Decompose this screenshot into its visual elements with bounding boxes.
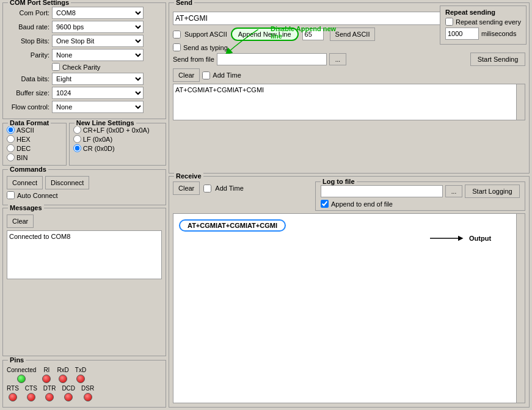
send-history-text: AT+CGMIAT+CGMIAT+CGMI xyxy=(175,86,264,93)
disable-append-arrow xyxy=(222,29,271,54)
receive-output-text: AT+CGMIAT+CGMIAT+CGMI xyxy=(179,219,286,232)
new-line-settings-title: New Line Settings xyxy=(75,119,136,126)
hex-radio[interactable] xyxy=(7,135,15,143)
send-as-typing-checkbox[interactable] xyxy=(173,43,181,51)
buffer-size-label: Buffer size: xyxy=(7,89,49,97)
flow-control-select[interactable]: None xyxy=(52,101,144,113)
lf-radio[interactable] xyxy=(73,135,81,143)
dec-radio[interactable] xyxy=(7,144,15,152)
ri-led xyxy=(42,375,51,383)
txd-pin: TxD xyxy=(75,367,86,383)
pins-box: Pins Connected RI RxD TxD xyxy=(2,360,166,408)
cts-pin: CTS xyxy=(25,385,37,401)
rts-led xyxy=(9,393,17,401)
parity-select[interactable]: None xyxy=(52,49,144,61)
data-bits-label: Data bits: xyxy=(7,75,49,82)
parity-label: Parity: xyxy=(7,51,49,59)
support-ascii-label: Support ASCII xyxy=(184,31,227,38)
stop-bits-select[interactable]: One Stop Bit xyxy=(52,35,144,47)
lf-label: LF (0x0A) xyxy=(83,136,112,143)
messages-box: Messages Clear Connected to COM8 xyxy=(2,208,166,356)
receive-add-time-label: Add Time xyxy=(215,185,243,192)
send-file-input[interactable] xyxy=(217,53,327,65)
check-parity-label: Check Parity xyxy=(62,64,100,71)
receive-scrollbar[interactable] xyxy=(516,214,525,403)
log-browse-button[interactable]: ... xyxy=(445,185,462,197)
flow-control-label: Flow control: xyxy=(7,103,49,111)
ms-label: miliseconds xyxy=(481,30,516,37)
connected-led xyxy=(17,375,26,383)
send-file-browse-button[interactable]: ... xyxy=(329,53,346,65)
data-format-box: Data Format ASCII HEX DEC BIN xyxy=(2,123,67,166)
rxd-led xyxy=(59,375,67,383)
dcd-led xyxy=(64,393,73,401)
receive-output-area: AT+CGMIAT+CGMIAT+CGMI Output xyxy=(173,213,525,403)
receive-group: Receive Clear Add Time Log to file ... S… xyxy=(169,176,530,408)
output-annotation: Output xyxy=(430,232,491,244)
support-ascii-checkbox[interactable] xyxy=(173,31,181,38)
append-to-file-checkbox[interactable] xyxy=(321,200,329,208)
messages-title: Messages xyxy=(8,204,44,211)
rxd-pin: RxD xyxy=(57,367,68,383)
ascii-label: ASCII xyxy=(16,126,34,134)
connect-button[interactable]: Connect xyxy=(7,176,43,189)
receive-add-time-checkbox[interactable] xyxy=(203,185,211,192)
output-label: Output xyxy=(469,235,491,242)
disconnect-button[interactable]: Disconnect xyxy=(45,176,89,189)
repeat-sending-box: Repeat sending Repeat sending every mili… xyxy=(440,5,527,45)
crlf-label: CR+LF (0x0D + 0x0A) xyxy=(83,126,150,134)
dtr-led xyxy=(45,393,54,401)
messages-content: Connected to COM8 xyxy=(7,230,162,279)
stop-bits-label: Stop Bits: xyxy=(7,37,49,45)
rts-pin: RTS xyxy=(7,385,19,401)
commands-title: Commands xyxy=(8,166,48,173)
log-to-file-box: Log to file ... Start Logging Append to … xyxy=(315,181,525,211)
messages-clear-button[interactable]: Clear xyxy=(7,214,34,228)
ri-pin: RI xyxy=(42,367,51,383)
append-to-file-label: Append to end of file xyxy=(331,200,393,208)
baud-rate-select[interactable]: 9600 bps xyxy=(52,21,144,33)
dtr-pin: DTR xyxy=(43,385,56,401)
receive-output-content: AT+CGMIAT+CGMIAT+CGMI xyxy=(179,219,519,232)
buffer-size-select[interactable]: 1024 xyxy=(52,87,144,99)
com-port-select[interactable]: COM8 xyxy=(52,7,144,19)
receive-clear-button[interactable]: Clear xyxy=(173,181,200,195)
send-add-time-checkbox[interactable] xyxy=(202,71,210,79)
dec-label: DEC xyxy=(16,145,31,152)
repeat-sending-label: Repeat sending every xyxy=(456,18,521,26)
auto-connect-checkbox[interactable] xyxy=(7,191,15,199)
commands-box: Commands Connect Disconnect Auto Connect xyxy=(2,169,166,205)
disable-append-label: Disable Append new line xyxy=(271,25,336,40)
crlf-radio[interactable] xyxy=(73,126,81,134)
start-logging-button[interactable]: Start Logging xyxy=(465,185,520,198)
send-group: Send Repeat sending Repeat sending every… xyxy=(169,2,530,174)
send-scrollbar[interactable] xyxy=(516,84,525,120)
baud-rate-label: Baud rate: xyxy=(7,23,49,31)
new-line-settings-box: New Line Settings CR+LF (0x0D + 0x0A) LF… xyxy=(69,123,166,166)
com-port-settings: COM Port Settings Com Port: COM8 Baud ra… xyxy=(2,2,166,119)
dcd-pin: DCD xyxy=(62,385,75,401)
send-add-time-label: Add Time xyxy=(213,71,241,79)
repeat-interval-input[interactable] xyxy=(445,27,479,40)
auto-connect-label: Auto Connect xyxy=(17,192,58,199)
connected-pin: Connected xyxy=(7,367,36,383)
dsr-pin: DSR xyxy=(81,385,94,401)
com-port-settings-title: COM Port Settings xyxy=(8,0,71,6)
cr-radio[interactable] xyxy=(73,144,81,152)
data-bits-select[interactable]: Eight xyxy=(52,73,144,85)
log-file-input[interactable] xyxy=(321,185,443,197)
pins-title: Pins xyxy=(8,356,26,364)
check-parity-checkbox[interactable] xyxy=(52,63,60,71)
bin-label: BIN xyxy=(16,154,27,161)
repeat-sending-checkbox[interactable] xyxy=(445,18,453,26)
send-ascii-button[interactable]: Send ASCII xyxy=(330,27,376,41)
bin-radio[interactable] xyxy=(7,153,15,161)
start-sending-button[interactable]: Start Sending xyxy=(470,53,525,66)
log-to-file-title: Log to file xyxy=(321,178,357,185)
hex-label: HEX xyxy=(16,136,31,143)
send-history-area: AT+CGMIAT+CGMIAT+CGMI xyxy=(173,84,525,120)
data-format-title: Data Format xyxy=(8,119,51,126)
send-clear-button[interactable]: Clear xyxy=(173,68,200,82)
ascii-radio[interactable] xyxy=(7,126,15,134)
send-as-typing-label: Send as typing xyxy=(183,44,228,51)
